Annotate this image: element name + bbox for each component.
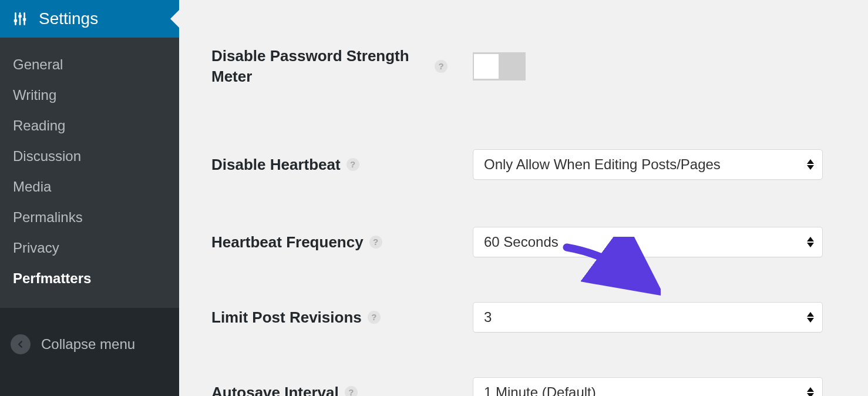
label-text: Disable Heartbeat: [211, 155, 341, 175]
sidebar-submenu: General Writing Reading Discussion Media…: [0, 38, 179, 308]
row-autosave-interval: Autosave Interval ? 1 Minute (Default): [211, 377, 833, 396]
help-icon[interactable]: ?: [369, 236, 382, 249]
select-chevrons-icon: [807, 387, 814, 396]
select-value: 1 Minute (Default): [484, 384, 596, 396]
select-disable-heartbeat[interactable]: Only Allow When Editing Posts/Pages: [473, 149, 823, 180]
label-heartbeat-frequency: Heartbeat Frequency ?: [211, 232, 473, 253]
select-value: 60 Seconds: [484, 234, 559, 250]
row-limit-post-revisions: Limit Post Revisions ? 3: [211, 302, 833, 333]
sidebar-active-label: Settings: [39, 9, 98, 28]
svg-rect-3: [14, 19, 17, 22]
sidebar-item-writing[interactable]: Writing: [0, 80, 179, 110]
sidebar-item-settings[interactable]: Settings: [0, 0, 179, 38]
label-autosave-interval: Autosave Interval ?: [211, 382, 473, 396]
collapse-menu-button[interactable]: Collapse menu: [0, 328, 179, 361]
sidebar-item-privacy[interactable]: Privacy: [0, 233, 179, 263]
label-text: Limit Post Revisions: [211, 307, 362, 328]
settings-sliders-icon: [12, 11, 28, 27]
admin-sidebar: Settings General Writing Reading Discuss…: [0, 0, 179, 396]
row-disable-password-meter: Disable Password Strength Meter ?: [211, 46, 833, 87]
select-chevrons-icon: [807, 237, 814, 247]
sidebar-item-media[interactable]: Media: [0, 172, 179, 202]
select-value: 3: [484, 309, 492, 325]
help-icon[interactable]: ?: [368, 311, 381, 324]
toggle-disable-password-meter[interactable]: [473, 52, 526, 80]
svg-rect-4: [18, 15, 21, 18]
row-disable-heartbeat: Disable Heartbeat ? Only Allow When Edit…: [211, 149, 833, 180]
toggle-knob: [474, 54, 499, 79]
sidebar-item-discussion[interactable]: Discussion: [0, 141, 179, 172]
select-value: Only Allow When Editing Posts/Pages: [484, 156, 721, 173]
label-disable-password-meter: Disable Password Strength Meter ?: [211, 46, 473, 87]
label-text: Autosave Interval: [211, 382, 339, 396]
select-chevrons-icon: [807, 159, 814, 170]
sidebar-item-reading[interactable]: Reading: [0, 110, 179, 141]
help-icon[interactable]: ?: [435, 60, 448, 73]
select-heartbeat-frequency[interactable]: 60 Seconds: [473, 227, 823, 257]
select-chevrons-icon: [807, 312, 814, 323]
label-limit-post-revisions: Limit Post Revisions ?: [211, 307, 473, 328]
collapse-chevron-icon: [11, 334, 31, 354]
select-autosave-interval[interactable]: 1 Minute (Default): [473, 377, 823, 396]
label-text: Heartbeat Frequency: [211, 232, 364, 253]
label-text: Disable Password Strength Meter: [211, 46, 429, 87]
sidebar-item-perfmatters[interactable]: Perfmatters: [0, 263, 179, 294]
select-limit-post-revisions[interactable]: 3: [473, 302, 823, 333]
help-icon[interactable]: ?: [346, 158, 359, 171]
sidebar-item-general[interactable]: General: [0, 49, 179, 80]
label-disable-heartbeat: Disable Heartbeat ?: [211, 155, 473, 175]
collapse-menu-label: Collapse menu: [41, 336, 135, 353]
help-icon[interactable]: ?: [345, 386, 358, 396]
settings-form: Disable Password Strength Meter ? Disabl…: [179, 0, 868, 396]
row-heartbeat-frequency: Heartbeat Frequency ? 60 Seconds: [211, 227, 833, 257]
svg-rect-5: [23, 18, 26, 21]
sidebar-item-permalinks[interactable]: Permalinks: [0, 202, 179, 233]
